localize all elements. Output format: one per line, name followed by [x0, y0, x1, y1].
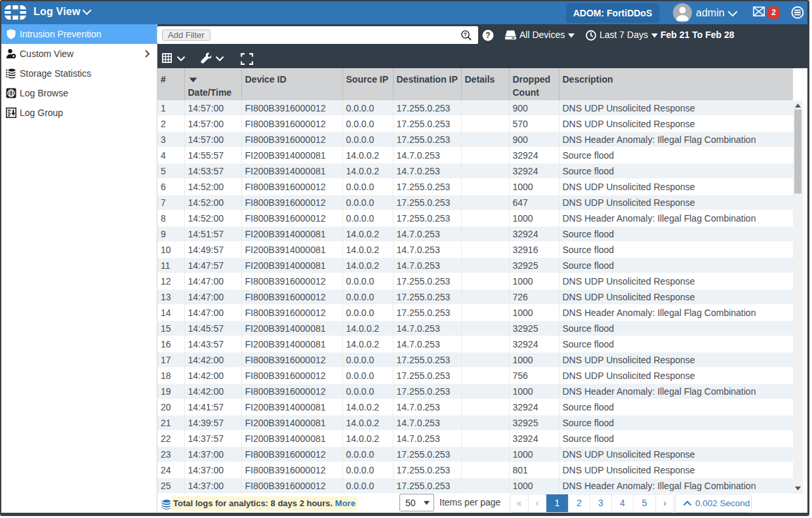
svg-text:?: ?	[485, 31, 490, 40]
